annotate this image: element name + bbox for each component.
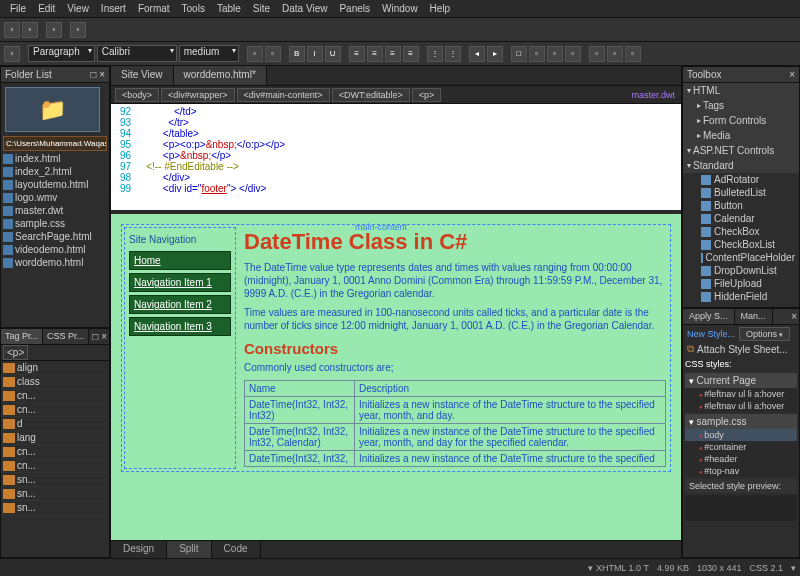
align-center-icon[interactable]: ≡: [367, 46, 383, 62]
breadcrumb-item[interactable]: <body>: [115, 88, 159, 102]
style-rule[interactable]: #header: [685, 453, 797, 465]
style-rule[interactable]: #container: [685, 441, 797, 453]
toolbox-item[interactable]: CheckBoxList: [683, 238, 799, 251]
manage-styles-tab[interactable]: Man...: [735, 309, 773, 324]
file-item[interactable]: sample.css: [1, 217, 109, 230]
file-item[interactable]: index.html: [1, 152, 109, 165]
toolbox-item[interactable]: AdRotator: [683, 173, 799, 186]
tag-row[interactable]: sn...: [1, 487, 109, 501]
tag-row[interactable]: align: [1, 361, 109, 375]
toolbox-item[interactable]: CheckBox: [683, 225, 799, 238]
toolbox-subgroup[interactable]: Form Controls: [683, 113, 799, 128]
paragraph-select[interactable]: Paragraph: [28, 45, 95, 62]
open-icon[interactable]: ▫: [22, 22, 38, 38]
nav-item[interactable]: Navigation Item 2: [129, 295, 231, 314]
italic-icon[interactable]: I: [307, 46, 323, 62]
underline-icon[interactable]: U: [325, 46, 341, 62]
toolbox-item[interactable]: BulletedList: [683, 186, 799, 199]
current-page-section[interactable]: ▾ Current Page: [685, 373, 797, 388]
menu-table[interactable]: Table: [211, 2, 247, 15]
bold-icon[interactable]: B: [289, 46, 305, 62]
font-select[interactable]: Calibri: [97, 45, 177, 62]
nav-item[interactable]: Navigation Item 1: [129, 273, 231, 292]
tag-row[interactable]: cn...: [1, 389, 109, 403]
list2-icon[interactable]: ⋮: [445, 46, 461, 62]
outdent-icon[interactable]: ◂: [469, 46, 485, 62]
menu-site[interactable]: Site: [247, 2, 276, 15]
apply-styles-tab[interactable]: Apply S...: [683, 309, 735, 324]
stylesheet-section[interactable]: ▾ sample.css: [685, 414, 797, 429]
design-view[interactable]: main-content Site Navigation HomeNavigat…: [111, 214, 681, 540]
tag-row[interactable]: cn...: [1, 403, 109, 417]
nav-item[interactable]: Home: [129, 251, 231, 270]
file-item[interactable]: layoutdemo.html: [1, 178, 109, 191]
attach-stylesheet-link[interactable]: Attach Style Sheet...: [697, 344, 788, 355]
menu-window[interactable]: Window: [376, 2, 424, 15]
indent-icon[interactable]: ▸: [487, 46, 503, 62]
master-link[interactable]: master.dwt: [631, 90, 675, 100]
menu-format[interactable]: Format: [132, 2, 176, 15]
menu-help[interactable]: Help: [424, 2, 457, 15]
tbl3-icon[interactable]: ▫: [625, 46, 641, 62]
code-view[interactable]: 92 </td>93 </tr>94 </table>95 <p><o:p>&n…: [111, 104, 681, 214]
style1-icon[interactable]: ▫: [247, 46, 263, 62]
new-style-link[interactable]: New Style...: [685, 327, 737, 341]
breadcrumb-item[interactable]: <div#main-content>: [237, 88, 330, 102]
style-rule[interactable]: #leftnav ul li a:hover: [685, 400, 797, 412]
file-item[interactable]: SearchPage.html: [1, 230, 109, 243]
doc-tab[interactable]: worddemo.html*: [174, 66, 267, 85]
anchor-icon[interactable]: ▫: [4, 46, 20, 62]
menu-edit[interactable]: Edit: [32, 2, 61, 15]
view-tab-split[interactable]: Split: [167, 541, 211, 558]
ins2-icon[interactable]: ▫: [547, 46, 563, 62]
doc-tab[interactable]: Site View: [111, 66, 174, 85]
tbl2-icon[interactable]: ▫: [607, 46, 623, 62]
border-icon[interactable]: □: [511, 46, 527, 62]
panel-controls[interactable]: □ ×: [90, 69, 105, 80]
new-icon[interactable]: ▫: [4, 22, 20, 38]
toolbox-subgroup[interactable]: Media: [683, 128, 799, 143]
site-folder-icon[interactable]: 📁: [5, 87, 100, 132]
status-more-icon[interactable]: ▾: [791, 563, 796, 573]
menu-file[interactable]: File: [4, 2, 32, 15]
panel-close-icon[interactable]: ×: [789, 309, 799, 324]
tag-row[interactable]: d: [1, 417, 109, 431]
file-item[interactable]: master.dwt: [1, 204, 109, 217]
toolbox-group[interactable]: HTML: [683, 83, 799, 98]
panel-close-icon[interactable]: □ ×: [90, 329, 109, 344]
toolbox-item[interactable]: FileUpload: [683, 277, 799, 290]
view-tab-design[interactable]: Design: [111, 541, 167, 558]
tag-row[interactable]: cn...: [1, 459, 109, 473]
tag-properties-tab[interactable]: Tag Pr...: [1, 329, 43, 344]
align-right-icon[interactable]: ≡: [385, 46, 401, 62]
view-tab-code[interactable]: Code: [212, 541, 261, 558]
size-select[interactable]: medium: [179, 45, 239, 62]
file-item[interactable]: videodemo.html: [1, 243, 109, 256]
status-xhtml[interactable]: ▾ XHTML 1.0 T: [588, 563, 649, 573]
tag-row[interactable]: lang: [1, 431, 109, 445]
tag-row[interactable]: cn...: [1, 445, 109, 459]
menu-data-view[interactable]: Data View: [276, 2, 333, 15]
tag-row[interactable]: sn...: [1, 501, 109, 515]
breadcrumb-item[interactable]: <p>: [412, 88, 442, 102]
toolbox-group[interactable]: Standard: [683, 158, 799, 173]
tag-filter[interactable]: <p>: [3, 345, 28, 360]
toolbox-subgroup[interactable]: Tags: [683, 98, 799, 113]
ins3-icon[interactable]: ▫: [565, 46, 581, 62]
menu-tools[interactable]: Tools: [176, 2, 211, 15]
menu-panels[interactable]: Panels: [333, 2, 376, 15]
style-rule[interactable]: body: [685, 429, 797, 441]
file-item[interactable]: worddemo.html: [1, 256, 109, 269]
style-rule[interactable]: #leftnav ul li a:hover: [685, 388, 797, 400]
align-left-icon[interactable]: ≡: [349, 46, 365, 62]
breadcrumb-item[interactable]: <div#wrapper>: [161, 88, 235, 102]
toolbox-group[interactable]: ASP.NET Controls: [683, 143, 799, 158]
panel-close-icon[interactable]: ×: [789, 69, 795, 80]
list1-icon[interactable]: ⋮: [427, 46, 443, 62]
toolbox-item[interactable]: ContentPlaceHolder: [683, 251, 799, 264]
tag-row[interactable]: sn...: [1, 473, 109, 487]
toolbox-item[interactable]: DropDownList: [683, 264, 799, 277]
ins1-icon[interactable]: ▫: [529, 46, 545, 62]
status-css[interactable]: CSS 2.1: [749, 563, 783, 573]
file-item[interactable]: index_2.html: [1, 165, 109, 178]
